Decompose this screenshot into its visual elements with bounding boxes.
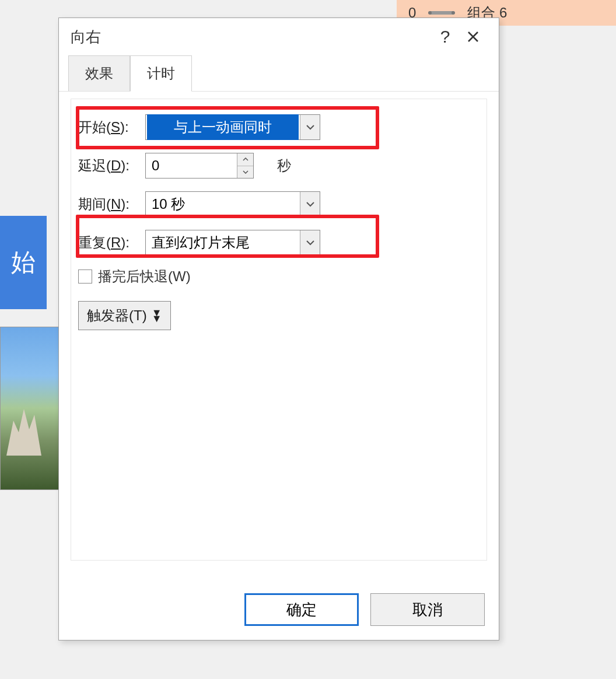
dialog-titlebar: 向右 ? xyxy=(59,18,499,55)
double-chevron-down-icon: ▼▼ xyxy=(152,310,162,321)
animation-options-dialog: 向右 ? 效果 计时 开始(S): 与上一动画同时 xyxy=(58,18,499,640)
dialog-title: 向右 xyxy=(71,27,431,47)
start-value: 与上一动画同时 xyxy=(147,114,299,140)
dialog-footer: 确定 取消 xyxy=(244,593,485,626)
delay-spinner[interactable]: 0 xyxy=(145,153,254,178)
rewind-checkbox[interactable] xyxy=(78,270,92,284)
trigger-label: 触发器(T) xyxy=(87,306,147,325)
chevron-down-icon[interactable] xyxy=(300,115,320,139)
duration-label: 期间(N): xyxy=(78,195,145,214)
rewind-label: 播完后快退(W) xyxy=(98,267,191,286)
spin-up-icon[interactable] xyxy=(237,153,253,166)
tab-timing[interactable]: 计时 xyxy=(130,55,192,92)
duration-combobox[interactable]: 10 秒 xyxy=(145,191,320,217)
animation-connector-icon xyxy=(430,11,453,15)
start-combobox[interactable]: 与上一动画同时 xyxy=(145,114,320,140)
spin-down-icon[interactable] xyxy=(237,166,253,178)
delay-value: 0 xyxy=(146,158,237,174)
chevron-down-icon[interactable] xyxy=(300,230,320,255)
slide-element-fragment: 始 xyxy=(0,216,47,309)
tab-effect[interactable]: 效果 xyxy=(68,55,130,91)
cancel-button[interactable]: 取消 xyxy=(370,593,485,626)
delay-unit: 秒 xyxy=(277,156,291,175)
start-label: 开始(S): xyxy=(78,118,145,136)
ok-button[interactable]: 确定 xyxy=(244,593,359,626)
close-icon xyxy=(466,30,480,44)
repeat-label: 重复(R): xyxy=(78,233,145,252)
dialog-tabstrip: 效果 计时 xyxy=(59,55,499,92)
close-button[interactable] xyxy=(459,23,487,51)
timing-panel: 开始(S): 与上一动画同时 延迟(D): 0 xyxy=(71,99,487,561)
repeat-combobox[interactable]: 直到幻灯片末尾 xyxy=(145,230,320,256)
repeat-value: 直到幻灯片末尾 xyxy=(146,233,300,252)
delay-label: 延迟(D): xyxy=(78,156,145,175)
trigger-button[interactable]: 触发器(T) ▼▼ xyxy=(78,301,171,330)
slide-thumbnail xyxy=(0,327,62,490)
help-button[interactable]: ? xyxy=(431,23,459,51)
chevron-down-icon[interactable] xyxy=(300,192,320,216)
rewind-checkbox-row[interactable]: 播完后快退(W) xyxy=(78,267,480,286)
duration-value: 10 秒 xyxy=(146,195,300,214)
